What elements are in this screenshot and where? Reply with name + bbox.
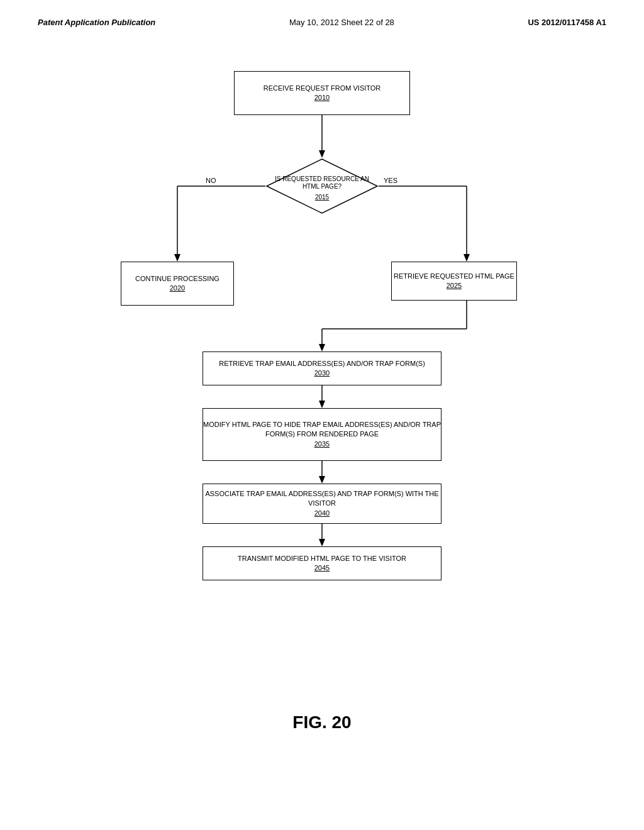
yes-label: YES bbox=[384, 177, 397, 184]
svg-marker-13 bbox=[319, 401, 325, 408]
header-center: May 10, 2012 Sheet 22 of 28 bbox=[289, 18, 394, 27]
node-2025: RETRIEVE REQUESTED HTML PAGE 2025 bbox=[391, 262, 517, 301]
svg-marker-11 bbox=[319, 344, 325, 351]
header-left: Patent Application Publication bbox=[38, 18, 155, 27]
svg-marker-17 bbox=[319, 539, 325, 546]
node-2040: ASSOCIATE TRAP EMAIL ADDRESS(ES) AND TRA… bbox=[203, 484, 441, 524]
svg-marker-7 bbox=[464, 254, 470, 262]
diagram-area: RECEIVE REQUEST FROM VISITOR 2010 IS REQ… bbox=[102, 65, 542, 694]
header-right: US 2012/0117458 A1 bbox=[528, 18, 606, 27]
node-2015: IS REQUESTED RESOURCE AN HTML PAGE? 2015 bbox=[265, 158, 379, 214]
svg-marker-1 bbox=[319, 150, 325, 158]
no-label: NO bbox=[206, 177, 216, 184]
figure-caption: FIG. 20 bbox=[0, 712, 644, 733]
node-2020: CONTINUE PROCESSING 2020 bbox=[121, 262, 234, 306]
node-2035: MODIFY HTML PAGE TO HIDE TRAP EMAIL ADDR… bbox=[203, 408, 441, 461]
svg-marker-4 bbox=[174, 254, 180, 262]
svg-marker-15 bbox=[319, 476, 325, 484]
node-2010: RECEIVE REQUEST FROM VISITOR 2010 bbox=[234, 71, 410, 115]
node-2045: TRANSMIT MODIFIED HTML PAGE TO THE VISIT… bbox=[203, 546, 441, 580]
page-header: Patent Application Publication May 10, 2… bbox=[0, 0, 644, 27]
node-2030: RETRIEVE TRAP EMAIL ADDRESS(ES) AND/OR T… bbox=[203, 351, 441, 385]
